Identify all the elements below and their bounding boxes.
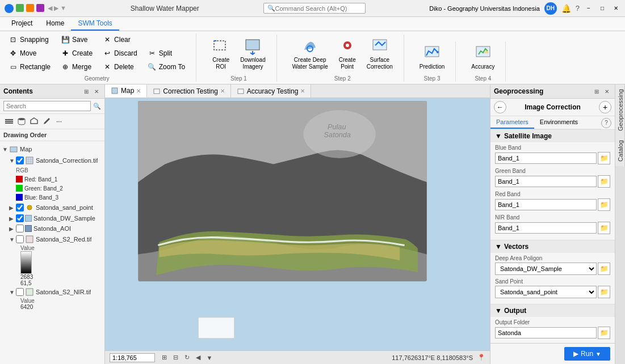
geo-help-button[interactable]: ? <box>601 118 611 128</box>
nir-band-browse[interactable]: 📁 <box>598 222 610 234</box>
split-button[interactable]: ✂ Split <box>144 47 189 60</box>
subtab-parameters[interactable]: Parameters <box>490 116 534 129</box>
vertical-tab-catalog[interactable]: Catalog <box>615 136 625 166</box>
accuracy-tab-close[interactable]: ✕ <box>300 88 305 94</box>
contents-search-input[interactable] <box>3 101 91 111</box>
command-search-input[interactable] <box>275 5 349 12</box>
help-icon[interactable]: ? <box>576 4 580 12</box>
svg-rect-22 <box>26 236 33 243</box>
scale-input[interactable] <box>110 353 155 362</box>
layer-satonda-aoi[interactable]: ▶ Satonda_AOI <box>0 223 104 234</box>
create-button[interactable]: ✚ Create <box>57 47 97 60</box>
sand-point-select[interactable]: Satonda_sand_point <box>495 286 597 298</box>
rectangle-button[interactable]: ▭ Rectangle <box>5 61 54 73</box>
geo-pin-button[interactable]: ⊞ <box>592 87 601 96</box>
geometry-small-group2: 💾 Save ✚ Create ⊕ Merge <box>57 33 97 73</box>
layer-satonda-correction-check[interactable] <box>16 156 24 164</box>
pin-button[interactable]: ⊞ <box>82 87 91 96</box>
tab-map[interactable]: Map ✕ <box>105 84 147 98</box>
maximize-button[interactable]: □ <box>598 4 607 13</box>
correction-tab-close[interactable]: ✕ <box>220 88 225 94</box>
geo-add-button[interactable]: + <box>599 101 611 113</box>
more-tool-button[interactable]: ··· <box>53 116 65 127</box>
create-deep-water-label: Create DeepWater Sample <box>292 57 328 70</box>
panel-close-button[interactable]: ✕ <box>92 87 101 96</box>
create-deep-water-sample-button[interactable]: Create DeepWater Sample <box>288 35 332 73</box>
tab-home[interactable]: Home <box>39 17 71 31</box>
run-dropdown-arrow[interactable]: ▼ <box>595 351 601 357</box>
run-button[interactable]: ▶ Run ▼ <box>564 347 610 361</box>
output-folder-input[interactable] <box>495 327 597 338</box>
output-header[interactable]: ▼ Output <box>490 304 615 317</box>
tab-correction-testing[interactable]: Correction Testing ✕ <box>147 84 231 98</box>
tab-project[interactable]: Project <box>5 17 39 31</box>
vectors-header[interactable]: ▼ Vectors <box>490 240 615 253</box>
dw-sample-check[interactable] <box>16 214 24 222</box>
aoi-check[interactable] <box>16 225 24 232</box>
accuracy-button[interactable]: Accuracy <box>467 41 498 73</box>
blue-band-input[interactable] <box>495 153 597 164</box>
blue-band-browse[interactable]: 📁 <box>598 152 610 164</box>
nav-icon[interactable]: ◀ <box>194 353 203 362</box>
satellite-image-header[interactable]: ▼ Satellite Image <box>490 130 615 142</box>
pen-tool-button[interactable] <box>41 116 52 127</box>
bell-icon[interactable]: 🔔 <box>561 4 571 13</box>
polygon-tool-button[interactable] <box>28 116 40 127</box>
command-search[interactable]: 🔍 <box>263 3 366 14</box>
green-band-input[interactable] <box>495 176 597 187</box>
merge-button[interactable]: ⊕ Merge <box>57 61 97 73</box>
grid-icon[interactable]: ⊞ <box>160 353 169 362</box>
layer-red-band: Red: Band_1 <box>0 175 104 184</box>
geometry-small-group: ⊡ Snapping ✥ Move ▭ Rectangle <box>5 33 54 73</box>
rotate-icon[interactable]: ↻ <box>182 353 191 362</box>
snapping-button[interactable]: ⊡ Snapping <box>5 33 54 46</box>
sand-point-check[interactable] <box>16 204 24 211</box>
create-point-button[interactable]: CreatePoint <box>334 35 360 73</box>
tab-swm-tools[interactable]: SWM Tools <box>71 17 119 31</box>
map-tab-close[interactable]: ✕ <box>136 88 141 94</box>
s2-red-check[interactable] <box>16 235 24 243</box>
sand-point-browse[interactable]: 📁 <box>598 286 610 298</box>
deep-area-select[interactable]: Satonda_DW_Sample <box>495 263 597 275</box>
layers-tool-button[interactable] <box>3 116 15 127</box>
zoom-to-button[interactable]: 🔍 Zoom To <box>144 61 189 73</box>
delete-button[interactable]: ✕ Delete <box>99 61 141 73</box>
s2-nir-check[interactable] <box>16 288 24 296</box>
clear-button[interactable]: ✕ Clear <box>99 33 141 46</box>
nir-band-input[interactable] <box>495 222 597 234</box>
green-band-browse[interactable]: 📁 <box>598 175 610 188</box>
search-icon: 🔍 <box>93 103 101 110</box>
search-icon: 🔍 <box>267 5 275 12</box>
geo-close-button[interactable]: ✕ <box>602 87 611 96</box>
step1-items: CreateROI DownloadImagery <box>208 35 269 73</box>
extent-icon[interactable]: ⊟ <box>171 353 180 362</box>
database-tool-button[interactable] <box>16 116 27 127</box>
minimize-button[interactable]: − <box>584 4 593 13</box>
layer-map[interactable]: ▼ Map <box>0 143 104 155</box>
layer-satonda-s2-red[interactable]: ▼ Satonda_S2_Red.tif <box>0 234 104 245</box>
map-view[interactable]: Pulau Satonda <box>105 98 490 350</box>
layer-satonda-s2-nir[interactable]: ▼ Satonda_S2_NIR.tif <box>0 286 104 298</box>
svg-rect-0 <box>214 41 225 50</box>
discard-button[interactable]: ↩ Discard <box>99 47 141 60</box>
nav-icon2[interactable]: ▼ <box>205 353 214 362</box>
move-button[interactable]: ✥ Move <box>5 47 54 60</box>
layer-satonda-dw-sample[interactable]: ▶ Satonda_DW_Sample <box>0 213 104 223</box>
surface-correction-button[interactable]: SurfaceCorrection <box>363 35 397 73</box>
close-button[interactable]: ✕ <box>611 4 620 13</box>
tab-accuracy-testing[interactable]: Accuracy Testing ✕ <box>231 84 312 98</box>
red-band-browse[interactable]: 📁 <box>598 198 610 211</box>
download-imagery-button[interactable]: DownloadImagery <box>236 35 269 73</box>
geo-back-button[interactable]: ← <box>494 101 506 113</box>
red-band-input[interactable] <box>495 199 597 210</box>
deep-area-browse[interactable]: 📁 <box>598 263 610 275</box>
raster-icon2 <box>25 235 34 244</box>
layer-satonda-sand-point[interactable]: ▶ Satonda_sand_point <box>0 202 104 213</box>
layer-satonda-correction[interactable]: ▼ Satonda_Correction.tif <box>0 155 104 166</box>
subtab-environments[interactable]: Environments <box>534 116 584 129</box>
prediction-button[interactable]: Prediction <box>416 41 448 73</box>
save-button[interactable]: 💾 Save <box>57 33 97 46</box>
output-folder-browse[interactable]: 📁 <box>598 327 610 339</box>
create-roi-button[interactable]: CreateROI <box>208 35 234 73</box>
vertical-tab-geoprocessing[interactable]: Geoprocessing <box>615 84 625 136</box>
